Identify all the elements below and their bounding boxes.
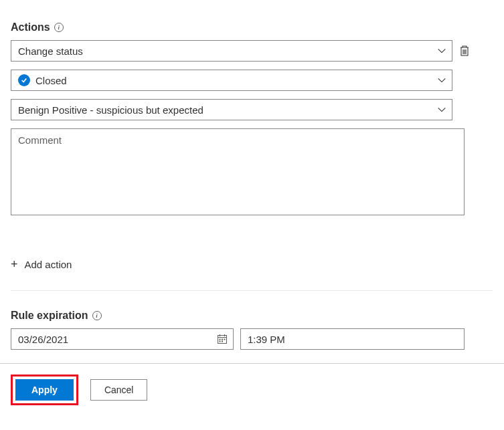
actions-label: Actions (11, 21, 50, 33)
apply-button[interactable]: Apply (15, 379, 74, 401)
classification-dropdown[interactable]: Benign Positive - suspicious but expecte… (11, 99, 452, 120)
expiration-time-input[interactable]: 1:39 PM (240, 328, 465, 350)
plus-icon: + (11, 257, 18, 272)
apply-highlight: Apply (11, 374, 78, 405)
checkmark-icon (18, 74, 30, 86)
svg-rect-8 (222, 341, 223, 342)
classification-value: Benign Positive - suspicious but expecte… (18, 104, 203, 116)
svg-rect-5 (222, 339, 223, 340)
rule-expiration-header: Rule expiration i (11, 310, 483, 322)
divider (11, 290, 493, 291)
chevron-down-icon (437, 76, 446, 85)
footer-actions: Apply Cancel (11, 374, 493, 405)
expiration-time-value: 1:39 PM (248, 334, 285, 345)
svg-rect-4 (220, 339, 221, 340)
expiration-date-input[interactable]: 03/26/2021 (11, 328, 234, 350)
svg-rect-7 (220, 341, 221, 342)
info-icon[interactable]: i (54, 23, 64, 32)
delete-action-button[interactable] (458, 44, 471, 58)
chevron-down-icon (437, 46, 446, 56)
action-type-value: Change status (18, 45, 83, 57)
cancel-button[interactable]: Cancel (90, 379, 148, 401)
calendar-icon (217, 334, 228, 344)
chevron-down-icon (437, 105, 446, 114)
info-icon[interactable]: i (92, 311, 102, 320)
footer-divider (0, 363, 504, 364)
status-dropdown[interactable]: Closed (11, 70, 452, 91)
rule-expiration-label: Rule expiration (11, 310, 88, 322)
status-value: Closed (35, 75, 67, 86)
action-type-dropdown[interactable]: Change status (11, 40, 452, 62)
expiration-date-value: 03/26/2021 (18, 334, 68, 345)
svg-rect-6 (224, 339, 226, 340)
comment-input[interactable] (11, 128, 465, 215)
add-action-label: Add action (25, 259, 72, 270)
actions-header: Actions i (11, 21, 483, 33)
add-action-button[interactable]: + Add action (11, 257, 483, 272)
trash-icon (459, 45, 470, 57)
